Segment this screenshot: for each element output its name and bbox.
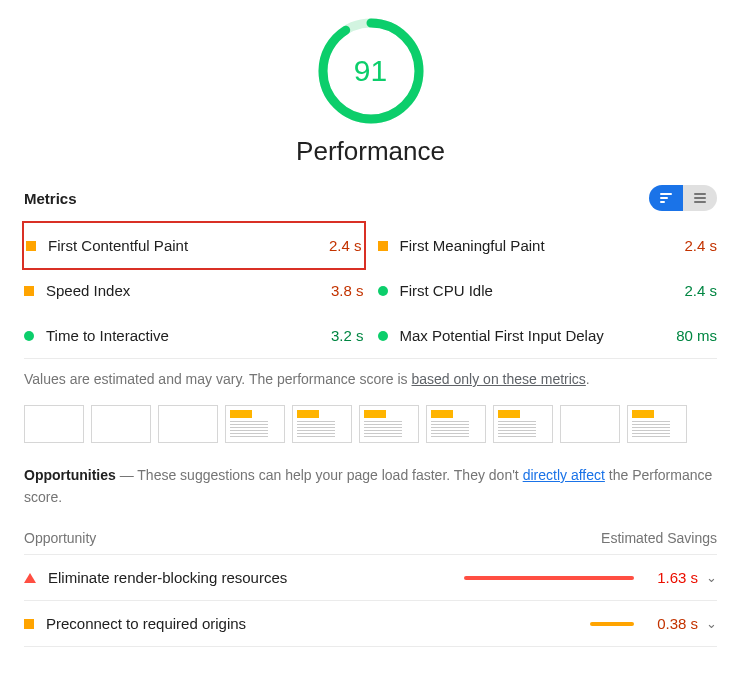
savings-bar [590,622,634,626]
metric-row: Time to Interactive3.2 s [24,313,364,358]
metric-row: First Contentful Paint2.4 s [22,221,366,270]
bars-left-icon [660,193,672,203]
metric-value: 2.4 s [684,282,717,299]
circle-icon [378,286,388,296]
opportunities-intro-link[interactable]: directly affect [523,467,605,483]
metric-row: First Meaningful Paint2.4 s [378,223,718,268]
metrics-note: Values are estimated and may vary. The p… [24,359,717,401]
filmstrip-frame [493,405,553,443]
opportunities-list: Eliminate render-blocking resources1.63 … [24,555,717,647]
opportunities-header-row: Opportunity Estimated Savings [24,520,717,555]
square-icon [24,286,34,296]
filmstrip-frame [158,405,218,443]
gauge-title: Performance [296,136,445,167]
bars-icon [694,193,706,203]
square-icon [24,619,34,629]
savings-bar-wrap [454,622,634,626]
savings-bar-wrap [454,576,634,580]
metric-label: First Contentful Paint [48,237,329,254]
gauge-score-value: 91 [316,16,426,126]
metric-row: Speed Index3.8 s [24,268,364,313]
gauge-ring: 91 [316,16,426,126]
filmstrip-frame [627,405,687,443]
metric-label: Time to Interactive [46,327,331,344]
triangle-icon [24,573,36,583]
note-link[interactable]: based only on these metrics [412,371,586,387]
note-text: Values are estimated and may vary. The p… [24,371,412,387]
filmstrip-frame [426,405,486,443]
opportunities-intro: Opportunities — These suggestions can he… [24,465,717,520]
circle-icon [378,331,388,341]
opportunities-title: Opportunities [24,467,116,483]
opportunity-row[interactable]: Preconnect to required origins0.38 s⌄ [24,601,717,647]
savings-value: 0.38 s [646,615,698,632]
toggle-compact-button[interactable] [649,185,683,211]
chevron-down-icon[interactable]: ⌄ [706,570,717,585]
metric-value: 3.2 s [331,327,364,344]
filmstrip-frame [560,405,620,443]
view-toggle [649,185,717,211]
toggle-expanded-button[interactable] [683,185,717,211]
square-icon [378,241,388,251]
chevron-down-icon[interactable]: ⌄ [706,616,717,631]
filmstrip-frame [91,405,151,443]
metric-value: 80 ms [676,327,717,344]
filmstrip-frame [225,405,285,443]
metrics-grid: First Contentful Paint2.4 sFirst Meaning… [24,223,717,358]
circle-icon [24,331,34,341]
note-suffix: . [586,371,590,387]
opportunity-label: Eliminate render-blocking resources [48,569,454,586]
filmstrip [24,401,717,465]
filmstrip-frame [359,405,419,443]
estimated-savings-col-label: Estimated Savings [601,530,717,546]
metric-value: 2.4 s [684,237,717,254]
metric-value: 2.4 s [329,237,362,254]
metric-label: Max Potential First Input Delay [400,327,677,344]
metric-row: First CPU Idle2.4 s [378,268,718,313]
opportunities-intro-prefix: — These suggestions can help your page l… [116,467,523,483]
opportunity-col-label: Opportunity [24,530,96,546]
filmstrip-frame [24,405,84,443]
score-gauge: 91 Performance [24,16,717,167]
opportunity-row[interactable]: Eliminate render-blocking resources1.63 … [24,555,717,601]
metrics-heading: Metrics [24,190,77,207]
square-icon [26,241,36,251]
metric-label: First Meaningful Paint [400,237,685,254]
savings-bar [464,576,634,580]
opportunity-label: Preconnect to required origins [46,615,454,632]
metric-label: Speed Index [46,282,331,299]
metric-value: 3.8 s [331,282,364,299]
filmstrip-frame [292,405,352,443]
savings-value: 1.63 s [646,569,698,586]
metric-label: First CPU Idle [400,282,685,299]
metric-row: Max Potential First Input Delay80 ms [378,313,718,358]
